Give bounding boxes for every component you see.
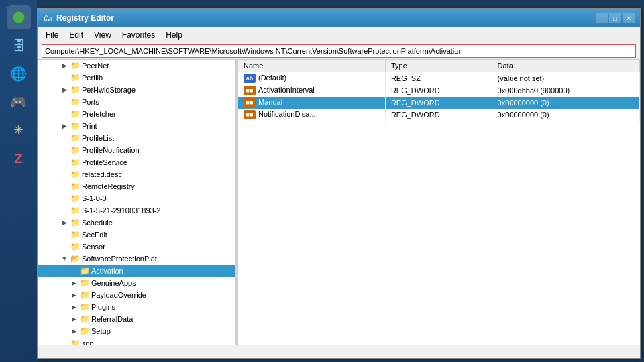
tree-expand-softwareProtectionPlat[interactable]: ▼ [59,253,70,264]
registry-window: 🗂 Registry Editor — □ ✕ File Edit View F… [37,8,641,359]
content-area: ▶📁PeerNet📁Perflib▶📁PerHwldStorage📁Ports📁… [38,60,640,345]
tree-item-ports[interactable]: 📁Ports [38,96,235,108]
folder-icon-profileNotification: 📁 [70,145,80,155]
tree-item-profileNotification[interactable]: 📁ProfileNotification [38,144,235,156]
tree-item-payloadOverride[interactable]: ▶📁PayloadOverride [38,289,235,301]
close-button[interactable]: ✕ [623,13,635,23]
title-bar: 🗂 Registry Editor — □ ✕ [38,9,640,27]
tree-item-relatedDesc[interactable]: 📁related.desc [38,168,235,180]
tree-item-genuineApps[interactable]: ▶📁GenuineApps [38,277,235,289]
table-row[interactable]: ■■NotificationDisa... REG_DWORD 0x000000… [238,109,640,121]
tree-label-setup: Setup [91,327,111,335]
maximize-button[interactable]: □ [609,13,621,23]
window-controls: — □ ✕ [596,13,635,23]
folder-icon-print: 📁 [70,121,80,131]
tree-label-profileNotification: ProfileNotification [82,146,140,154]
tree-label-s100: S-1-0-0 [82,194,107,202]
tree-panel[interactable]: ▶📁PeerNet📁Perflib▶📁PerHwldStorage📁Ports📁… [38,60,235,345]
tree-expand-schedule[interactable]: ▶ [59,217,70,228]
col-data: Data [492,60,639,72]
tree-item-secEdit[interactable]: 📁SecEdit [38,229,235,241]
tree-item-softwareProtectionPlat[interactable]: ▼📂SoftwareProtectionPlat [38,253,235,265]
folder-icon-plugins: 📁 [79,302,90,312]
folder-icon-setup: 📁 [79,326,90,336]
address-bar [38,42,640,60]
folder-icon-peerNet: 📁 [70,61,80,70]
tree-label-remoteRegistry: RemoteRegistry [82,182,135,190]
table-header-row: Name Type Data [238,60,640,72]
cell-name: ■■ActivationInterval [238,84,385,97]
table-row[interactable]: ab(Default) REG_SZ (value not set) [238,72,640,85]
menu-help[interactable]: Help [160,29,188,41]
cell-type: REG_DWORD [385,109,492,121]
tree-label-peerNet: PeerNet [82,62,109,70]
cell-type: REG_DWORD [385,97,492,109]
menu-edit[interactable]: Edit [64,29,89,41]
app-icon: 🗂 [43,13,52,23]
tree-expand-perHwIdStorage[interactable]: ▶ [59,84,70,95]
tree-item-profileList[interactable]: 📁ProfileList [38,132,235,144]
toolbar-icon-6[interactable]: Z [7,146,31,170]
folder-icon-referralData: 📁 [79,314,90,324]
reg-icon-dword: ■■ [244,86,256,95]
toolbar-icon-3[interactable]: 🌐 [7,62,31,86]
tree-expand-referralData[interactable]: ▶ [68,314,79,324]
tree-expand-plugins[interactable]: ▶ [68,302,79,312]
tree-item-activation[interactable]: 📁Activation [38,265,235,277]
tree-item-print[interactable]: ▶📁Print [38,120,235,132]
tree-item-s100[interactable]: 📁S-1-0-0 [38,192,235,204]
cell-data: (value not set) [492,72,639,85]
reg-icon-ab: ab [244,74,256,83]
tree-label-sensor: Sensor [82,243,105,251]
tree-item-plugins[interactable]: ▶📁Plugins [38,301,235,313]
folder-icon-perflib: 📁 [70,73,80,82]
table-row[interactable]: ■■Manual REG_DWORD 0x00000000 (0) [238,97,640,109]
folder-icon-relatedDesc: 📁 [70,170,80,179]
tree-label-ports: Ports [82,98,99,106]
tree-item-s1521[interactable]: 📁S-1-5-21-2910831893-2 [38,204,235,217]
tree-item-spp[interactable]: 📁spp [38,337,235,345]
toolbar-icon-1[interactable] [7,5,31,29]
tree-item-prefetcher[interactable]: 📁Prefetcher [38,108,235,120]
tree-item-perHwIdStorage[interactable]: ▶📁PerHwldStorage [38,84,235,96]
folder-icon-remoteRegistry: 📁 [70,182,80,191]
menu-view[interactable]: View [89,29,117,41]
minimize-button[interactable]: — [596,13,608,23]
left-toolbar: 🗄 🌐 🎮 ✳ Z [0,0,37,362]
toolbar-icon-5[interactable]: ✳ [7,118,31,142]
reg-icon-dword: ■■ [244,110,256,119]
address-input[interactable] [42,44,636,58]
tree-item-remoteRegistry[interactable]: 📁RemoteRegistry [38,180,235,192]
tree-item-schedule[interactable]: ▶📁Schedule [38,217,235,229]
tree-item-setup[interactable]: ▶📁Setup [38,325,235,337]
tree-expand-print[interactable]: ▶ [59,121,70,131]
tree-item-perflib[interactable]: 📁Perflib [38,72,235,84]
table-row[interactable]: ■■ActivationInterval REG_DWORD 0x000dbba… [238,84,640,97]
tree-label-prefetcher: Prefetcher [82,110,116,118]
folder-icon-spp: 📁 [70,339,80,345]
cell-type: REG_DWORD [385,84,492,97]
tree-item-referralData[interactable]: ▶📁ReferralData [38,313,235,325]
folder-icon-softwareProtectionPlat: 📂 [70,254,80,263]
tree-expand-setup[interactable]: ▶ [68,326,79,337]
menu-favorites[interactable]: Favorites [117,29,160,41]
tree-label-spp: spp [82,339,94,345]
tree-label-plugins: Plugins [91,303,115,311]
col-name: Name [238,60,385,72]
tree-item-peerNet[interactable]: ▶📁PeerNet [38,60,235,72]
tree-item-sensor[interactable]: 📁Sensor [38,241,235,253]
tree-expand-peerNet[interactable]: ▶ [59,60,70,71]
tree-expand-payloadOverride[interactable]: ▶ [68,290,79,300]
tree-label-payloadOverride: PayloadOverride [91,291,146,299]
folder-icon-genuineApps: 📁 [79,278,90,288]
tree-item-profileService[interactable]: 📁ProfileService [38,156,235,168]
folder-icon-payloadOverride: 📁 [79,290,90,300]
folder-icon-sensor: 📁 [70,242,80,251]
tree-label-profileList: ProfileList [82,134,114,142]
menu-file[interactable]: File [40,29,64,41]
tree-expand-genuineApps[interactable]: ▶ [68,278,79,288]
menu-bar: File Edit View Favorites Help [38,27,640,42]
toolbar-icon-4[interactable]: 🎮 [7,90,31,114]
toolbar-icon-2[interactable]: 🗄 [7,34,31,58]
folder-icon-perHwIdStorage: 📁 [70,85,80,95]
